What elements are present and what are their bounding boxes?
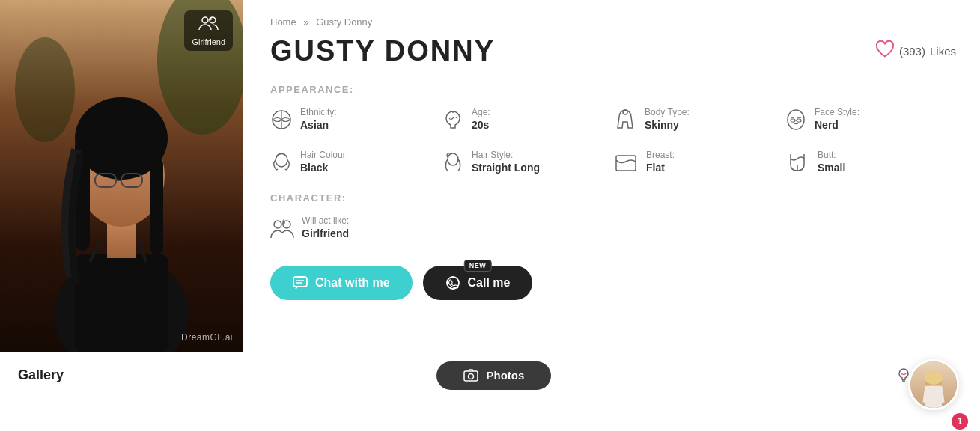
girlfriend-badge-icon [198,15,219,36]
will-act-label: Will act like: [302,216,349,226]
breast-icon [613,151,639,177]
body-icon [613,108,637,135]
bottom-right-avatar[interactable] [908,359,959,410]
attr-hair-colour: Hair Colour: Black [270,150,442,177]
profile-image-section: DreamGF.ai Girlfriend [0,0,243,352]
call-button[interactable]: NEW Call me [423,266,533,300]
likes-count: (393) [899,45,925,58]
svg-rect-25 [797,119,801,122]
breadcrumb-separator: » [303,16,308,28]
tab-photos-label: Photos [486,369,524,382]
hair-style-icon [442,151,464,177]
body-value: Skinny [645,119,690,131]
action-buttons: Chat with me NEW Call me [270,266,956,300]
age-label: Age: [472,107,490,117]
svg-point-28 [448,153,458,165]
character-label: CHARACTER: [270,192,956,204]
call-new-badge: NEW [464,260,492,272]
call-button-label: Call me [468,276,511,290]
butt-value: Small [818,162,845,174]
hair-colour-value: Black [300,162,348,174]
butt-label: Butt: [818,150,845,160]
appearance-section: APPEARANCE: Ethnic [270,84,956,177]
age-value: 20s [472,119,490,131]
profile-info-section: Home » Gusty Donny GUSTY DONNY (393) Lik… [243,0,980,352]
butt-icon [785,151,810,177]
breadcrumb-current: Gusty Donny [316,16,372,28]
bottom-bar: Gallery Photos About [0,352,980,398]
breast-label: Breast: [646,150,675,160]
svg-point-20 [623,110,627,114]
breadcrumb-home[interactable]: Home [270,16,296,28]
attr-hair-style: Hair Style: Straight Long [442,150,613,177]
svg-rect-32 [293,277,307,287]
svg-point-30 [274,221,281,228]
attr-age: Age: 20s [442,107,613,135]
attr-butt: Butt: Small [785,150,956,177]
watermark-text: DreamGF.ai [181,332,233,343]
attr-girlfriend: Will act like: Girlfriend [270,216,956,243]
girlfriend-badge-label: Girlfriend [192,37,225,46]
profile-title: GUSTY DONNY [270,35,495,67]
appearance-grid: Ethnicity: Asian [270,107,956,177]
likes-label: Likes [930,45,956,58]
svg-point-42 [925,371,943,385]
svg-rect-24 [791,119,795,122]
hair-colour-label: Hair Colour: [300,150,348,160]
ethnicity-icon [270,108,293,135]
profile-title-row: GUSTY DONNY (393) Likes [270,35,956,67]
character-section: CHARACTER: Will act like: [270,192,956,243]
appearance-label: APPEARANCE: [270,84,956,95]
svg-point-15 [202,17,208,23]
notification-badge: 1 [952,413,968,430]
gallery-label: Gallery [18,367,108,383]
svg-rect-4 [75,254,168,352]
attr-face: Face Style: Nerd [785,107,956,135]
attr-breast: Breast: Flat [613,150,785,177]
breast-value: Flat [646,162,675,174]
hair-style-label: Hair Style: [472,150,540,160]
svg-point-21 [788,110,804,129]
chat-button[interactable]: Chat with me [270,266,413,300]
breadcrumb: Home » Gusty Donny [270,16,956,28]
face-value: Nerd [815,119,859,131]
girlfriend-icon [270,217,294,243]
likes-section[interactable]: (393) Likes [875,40,956,63]
attr-ethnicity: Ethnicity: Asian [270,107,442,135]
age-icon [442,108,464,135]
ethnicity-label: Ethnicity: [300,107,337,117]
attr-body: Body Type: Skinny [613,107,785,135]
ethnicity-value: Asian [300,119,337,131]
bottom-tabs: Photos [108,361,880,390]
face-label: Face Style: [815,107,859,117]
hair-style-value: Straight Long [472,162,540,174]
svg-rect-9 [150,157,163,254]
tab-photos-button[interactable]: Photos [436,361,551,390]
will-act-value: Girlfriend [302,227,349,239]
svg-point-2 [15,37,75,142]
face-icon [785,108,807,135]
girlfriend-badge: Girlfriend [184,10,233,51]
body-label: Body Type: [645,107,690,117]
svg-point-37 [469,373,474,379]
chat-button-label: Chat with me [315,276,390,290]
hair-colour-icon [270,151,293,177]
heart-icon [875,40,895,63]
